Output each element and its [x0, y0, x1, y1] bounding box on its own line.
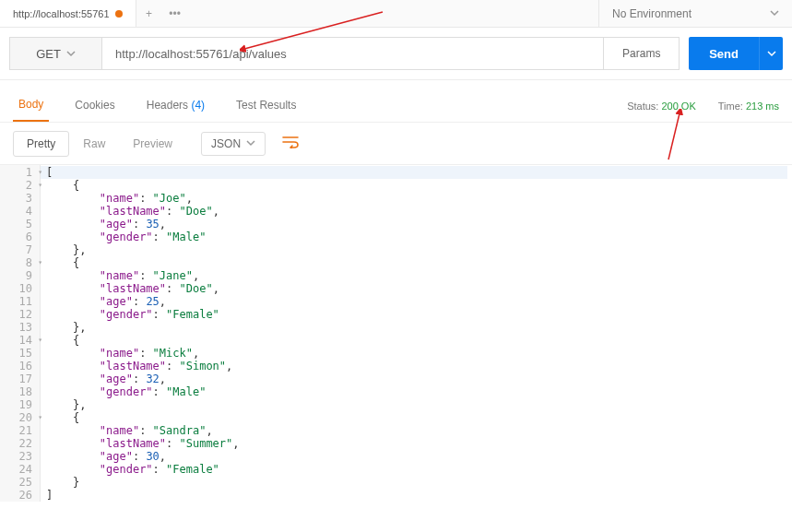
url-input[interactable] [115, 38, 590, 69]
chevron-down-icon [246, 137, 255, 150]
params-button[interactable]: Params [604, 37, 680, 70]
new-tab-button[interactable]: + [136, 0, 162, 27]
tab-body[interactable]: Body [13, 98, 49, 122]
send-button[interactable]: Send [689, 37, 759, 70]
tab-cookies[interactable]: Cookies [69, 99, 120, 121]
tab-bar: http://localhost:55761 + ••• No Environm… [0, 0, 792, 28]
tab-cookies-label: Cookies [75, 99, 114, 112]
chevron-down-icon [66, 47, 76, 61]
wrap-lines-button[interactable] [277, 132, 304, 155]
status-block: Status: 200 OK [627, 100, 696, 112]
tab-headers-label: Headers [147, 99, 188, 112]
http-method-select[interactable]: GET [9, 37, 101, 70]
view-pretty[interactable]: Pretty [13, 131, 69, 157]
url-input-wrapper [101, 37, 604, 70]
environment-label: No Environment [612, 7, 692, 20]
tab-options-button[interactable]: ••• [162, 0, 188, 27]
tab-body-label: Body [18, 98, 43, 111]
view-preview[interactable]: Preview [119, 131, 186, 157]
tab-headers[interactable]: Headers (4) [141, 99, 210, 121]
status-value: 200 OK [661, 100, 695, 112]
view-preview-label: Preview [133, 137, 172, 150]
view-pretty-label: Pretty [27, 137, 55, 150]
line-gutter[interactable]: 1234567891011121314151617181920212223242… [0, 165, 41, 502]
format-label: JSON [211, 137, 241, 150]
view-raw-label: Raw [83, 137, 105, 150]
response-tabs: Body Cookies Headers (4) Test Results St… [0, 80, 792, 123]
send-dropdown-button[interactable] [759, 37, 783, 70]
params-label: Params [622, 47, 660, 60]
format-select[interactable]: JSON [201, 132, 266, 156]
send-label: Send [709, 47, 739, 61]
time-value: 213 ms [746, 100, 779, 112]
tab-tests[interactable]: Test Results [231, 99, 301, 121]
status-label: Status: [627, 100, 658, 112]
tab-tests-label: Test Results [236, 99, 296, 112]
code-content[interactable]: [ { "name": "Joe", "lastName": "Doe", "a… [41, 165, 787, 502]
response-body: 1234567891011121314151617181920212223242… [0, 165, 792, 502]
time-block: Time: 213 ms [718, 100, 779, 112]
http-method-label: GET [36, 47, 61, 61]
view-bar: Pretty Raw Preview JSON [0, 123, 792, 165]
wrap-icon [282, 136, 299, 148]
view-raw[interactable]: Raw [69, 131, 119, 157]
unsaved-dot-icon [115, 10, 123, 18]
chevron-down-icon [770, 7, 779, 20]
environment-select[interactable]: No Environment [598, 0, 792, 27]
status-area: Status: 200 OK Time: 213 ms [627, 100, 779, 119]
request-tab[interactable]: http://localhost:55761 [0, 0, 136, 27]
headers-count: (4) [191, 99, 205, 112]
request-row: GET Params Send [0, 28, 792, 80]
time-label: Time: [718, 100, 743, 112]
tab-title: http://localhost:55761 [13, 8, 110, 19]
